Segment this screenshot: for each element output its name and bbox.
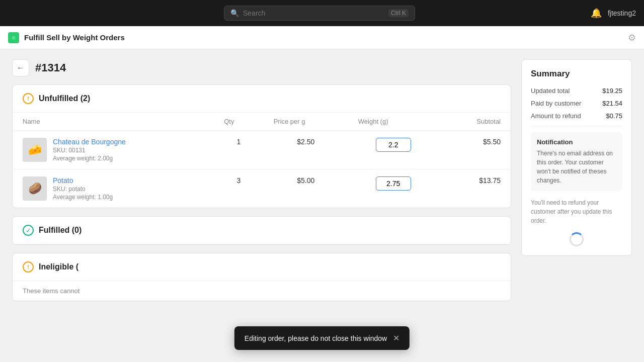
product-avg-weight: Average weight: 1.00g [53, 194, 113, 201]
summary-row-label: Paid by customer [531, 100, 581, 107]
ineligible-section-header: ! Ineligible ( [13, 253, 511, 281]
unfulfilled-icon: ! [23, 93, 34, 104]
left-panel: ← #1314 ! Unfulfilled (2) Name Qty Price… [12, 59, 511, 309]
product-cell: 🥔 Potato SKU: potato Average weight: 1.0… [23, 176, 204, 201]
summary-row-label: Updated total [531, 87, 570, 95]
weight-input[interactable] [376, 138, 411, 152]
items-table: Name Qty Price per g Weight (g) Subtotal… [13, 113, 511, 208]
notification-bell-icon[interactable]: 🔔 [591, 8, 602, 19]
summary-row: Amount to refund $0.75 [531, 112, 622, 120]
app-icon: ≡ [8, 32, 19, 43]
fulfilled-section: ✓ Fulfilled (0) [12, 216, 511, 245]
page-header: ≡ Fulfill Sell by Weight Orders ⚙ [0, 26, 644, 49]
product-info: Potato SKU: potato Average weight: 1.00g [53, 176, 113, 201]
product-name[interactable]: Chateau de Bourgogne [53, 138, 126, 146]
user-label: fjtesting2 [608, 9, 636, 17]
fulfilled-icon: ✓ [23, 225, 34, 236]
search-bar[interactable]: 🔍 Ctrl K [224, 6, 415, 21]
product-image: 🥔 [23, 176, 47, 201]
product-qty: 3 [214, 169, 263, 208]
summary-divider [531, 126, 622, 126]
product-subtotal: $5.50 [439, 131, 511, 169]
summary-row: Updated total $19.25 [531, 87, 622, 95]
search-icon: 🔍 [230, 9, 239, 17]
product-image: 🧀 [23, 138, 47, 162]
product-subtotal: $13.75 [439, 169, 511, 208]
product-qty: 1 [214, 131, 263, 169]
product-info: Chateau de Bourgogne SKU: 00131 Average … [53, 138, 126, 162]
search-shortcut: Ctrl K [388, 9, 409, 17]
back-button[interactable]: ← [12, 59, 29, 76]
app-icon-label: ≡ [12, 35, 15, 41]
col-subtotal: Subtotal [439, 113, 511, 131]
ineligible-title: Ineligible ( [39, 262, 78, 272]
page-title: Fulfill Sell by Weight Orders [24, 33, 125, 42]
product-price: $2.50 [264, 131, 348, 169]
ineligible-subtitle: These items cannot [23, 287, 79, 295]
weight-input[interactable] [376, 176, 411, 191]
order-number: #1314 [35, 61, 66, 74]
summary-row-label: Amount to refund [531, 112, 581, 120]
product-cell: 🧀 Chateau de Bourgogne SKU: 00131 Averag… [23, 138, 204, 162]
product-weight-cell[interactable] [348, 131, 439, 169]
product-avg-weight: Average weight: 2.00g [53, 155, 126, 162]
settings-icon[interactable]: ⚙ [628, 32, 636, 43]
product-sku: SKU: potato [53, 186, 113, 193]
ineligible-body: These items cannot [13, 281, 511, 301]
summary-row-value: $19.25 [602, 87, 622, 95]
right-panel: Summary Updated total $19.25 Paid by cus… [521, 59, 632, 309]
order-header: ← #1314 [12, 59, 511, 76]
col-name: Name [13, 113, 214, 131]
summary-title: Summary [531, 69, 622, 79]
col-qty: Qty [214, 113, 263, 131]
fulfilled-section-header: ✓ Fulfilled (0) [13, 217, 511, 244]
unfulfilled-section-header: ! Unfulfilled (2) [13, 85, 511, 113]
table-row: 🧀 Chateau de Bourgogne SKU: 00131 Averag… [13, 131, 511, 169]
notification-box: Notification There's no email address on… [531, 132, 622, 191]
loading-spinner [570, 232, 584, 246]
loading-spinner-container [531, 232, 622, 246]
unfulfilled-title: Unfulfilled (2) [39, 94, 90, 103]
product-price: $5.00 [264, 169, 348, 208]
top-navigation: 🔍 Ctrl K 🔔 fjtesting2 [0, 0, 644, 26]
unfulfilled-section: ! Unfulfilled (2) Name Qty Price per g W… [12, 84, 511, 208]
product-weight-cell[interactable] [348, 169, 439, 208]
ineligible-icon: ! [23, 261, 34, 273]
table-row: 🥔 Potato SKU: potato Average weight: 1.0… [13, 169, 511, 208]
ineligible-section: ! Ineligible ( These items cannot [12, 253, 511, 301]
nav-right: 🔔 fjtesting2 [591, 8, 636, 19]
product-name[interactable]: Potato [53, 176, 113, 185]
col-weight: Weight (g) [348, 113, 439, 131]
summary-row-value: $21.54 [602, 100, 622, 107]
notification-title: Notification [537, 138, 616, 146]
summary-rows: Updated total $19.25 Paid by customer $2… [531, 87, 622, 120]
fulfilled-title: Fulfilled (0) [39, 226, 82, 235]
summary-row: Paid by customer $21.54 [531, 100, 622, 107]
notification-text: There's no email address on this order. … [537, 149, 616, 185]
main-content: ← #1314 ! Unfulfilled (2) Name Qty Price… [0, 49, 644, 319]
col-price: Price per g [264, 113, 348, 131]
summary-row-value: $0.75 [606, 112, 622, 120]
search-input[interactable] [243, 9, 384, 17]
product-sku: SKU: 00131 [53, 147, 126, 154]
summary-card: Summary Updated total $19.25 Paid by cus… [521, 59, 632, 256]
refund-note: You'll need to refund your customer afte… [531, 198, 622, 225]
